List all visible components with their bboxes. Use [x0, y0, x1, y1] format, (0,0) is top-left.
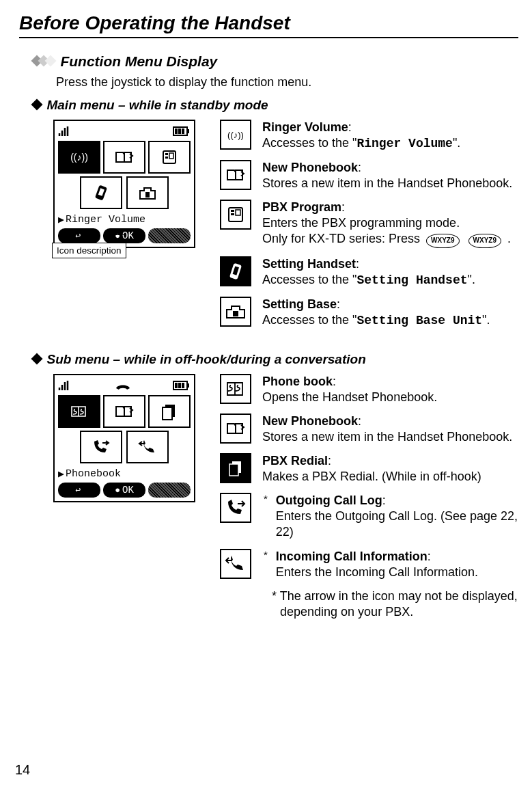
- battery-icon: [173, 126, 191, 136]
- outgoing-call-log-icon: [220, 493, 251, 523]
- softkey-back: ↩: [58, 228, 100, 243]
- setting-handset-cell-icon: [80, 176, 122, 209]
- svg-rect-25: [163, 407, 172, 420]
- setting-handset-def: Setting Handset: Accesses to the "Settin…: [262, 256, 475, 288]
- sub-menu-heading: Sub menu – while in off-hook/during a co…: [46, 352, 365, 366]
- phonebook-def: Phone book: Opens the Handset Phonebook.: [262, 374, 437, 405]
- new-phonebook-def-2: New Phonebook: Stores a new item in the …: [262, 414, 512, 445]
- function-menu-intro: Press the joystick to display the functi…: [56, 75, 518, 90]
- star-marker: *: [264, 549, 268, 560]
- softkey-back: ↩: [58, 483, 100, 498]
- key-wxyz9-icon: WXYZ9: [426, 234, 459, 248]
- svg-rect-3: [182, 128, 184, 134]
- svg-rect-22: [182, 383, 184, 388]
- new-phonebook-icon: [220, 160, 251, 190]
- new-phonebook-cell-icon: [103, 395, 145, 428]
- sub-menu-footnote: * The arrow in the icon may not be displ…: [272, 588, 518, 621]
- pbx-redial-def: PBX Redial: Makes a PBX Redial. (While i…: [262, 453, 481, 485]
- main-menu-heading: Main menu – while in standby mode: [46, 98, 268, 112]
- sub-menu-heading-row: Sub menu – while in off-hook/during a co…: [33, 352, 518, 367]
- phonebook-icon: [220, 374, 251, 404]
- ringer-volume-icon: ((♪)): [220, 120, 251, 150]
- outgoing-call-log-def: Outgoing Call Log: Enters the Outgoing C…: [276, 493, 518, 540]
- setting-handset-icon: [220, 256, 251, 286]
- svg-rect-15: [236, 210, 240, 215]
- diamond-bullet-solid-icon: [33, 99, 40, 111]
- svg-rect-8: [169, 153, 173, 159]
- svg-rect-27: [229, 464, 238, 476]
- main-menu-screenshot-label: ▶Ringer Volume: [58, 212, 191, 227]
- offhook-icon: [114, 380, 132, 391]
- svg-rect-4: [187, 129, 189, 133]
- page-number: 14: [15, 762, 30, 778]
- diamond-bullet-solid-icon: [33, 353, 40, 366]
- pbx-redial-icon: [220, 453, 251, 483]
- function-menu-heading: Function Menu Display: [60, 53, 217, 69]
- pbx-program-icon: [220, 200, 251, 230]
- outgoing-call-log-cell-icon: [80, 431, 122, 463]
- new-phonebook-icon: [220, 414, 251, 444]
- svg-rect-6: [165, 153, 168, 155]
- setting-base-cell-icon: [126, 176, 169, 209]
- main-menu-heading-row: Main menu – while in standby mode: [33, 98, 518, 113]
- svg-rect-7: [165, 157, 168, 159]
- svg-rect-23: [187, 383, 189, 388]
- setting-base-icon: [220, 297, 251, 327]
- softkey-ok: ●OK: [103, 228, 145, 243]
- svg-rect-1: [175, 128, 178, 134]
- incoming-call-info-icon: [220, 549, 251, 579]
- diamond-bullet-triple-icon: [33, 55, 53, 68]
- ringer-volume-cell-icon: ((♪)): [58, 141, 100, 174]
- signal-icon: [58, 125, 73, 137]
- page-title: Before Operating the Handset: [19, 12, 518, 38]
- svg-rect-13: [231, 210, 234, 212]
- section-heading-row: Function Menu Display: [33, 53, 518, 70]
- icon-description-callout: Icon description: [52, 243, 126, 258]
- softkey-right: [148, 228, 191, 243]
- svg-rect-18: [233, 311, 238, 316]
- pbx-program-cell-icon: [148, 141, 191, 174]
- pbx-program-def: PBX Program: Enters the PBX programming …: [262, 200, 511, 248]
- svg-rect-11: [145, 192, 150, 198]
- softkey-ok: ●OK: [103, 483, 145, 498]
- svg-rect-2: [178, 128, 181, 134]
- pbx-redial-cell-icon: [148, 395, 191, 428]
- signal-icon: [58, 379, 73, 392]
- phonebook-cell-icon: [58, 395, 100, 428]
- svg-rect-20: [175, 383, 178, 388]
- softkey-right: [148, 483, 191, 498]
- main-menu-screenshot: ((♪)): [53, 120, 195, 248]
- svg-rect-14: [231, 213, 234, 215]
- new-phonebook-cell-icon: [103, 141, 145, 174]
- star-marker: *: [264, 493, 268, 504]
- sub-menu-screenshot-label: ▶Phonebook: [58, 466, 191, 481]
- new-phonebook-def: New Phonebook: Stores a new item in the …: [262, 160, 512, 191]
- key-wxyz9-icon: WXYZ9: [468, 234, 501, 248]
- sub-menu-screenshot: ▶Phonebook ↩ ●OK: [53, 374, 195, 502]
- svg-rect-21: [178, 383, 181, 388]
- battery-icon: [173, 381, 191, 390]
- setting-base-def: Setting Base: Accesses to the "Setting B…: [262, 297, 490, 329]
- incoming-call-info-cell-icon: [126, 431, 169, 463]
- ringer-volume-def: Ringer Volume: Accesses to the "Ringer V…: [262, 120, 460, 152]
- incoming-call-info-def: Incoming Call Information: Enters the In…: [276, 549, 478, 580]
